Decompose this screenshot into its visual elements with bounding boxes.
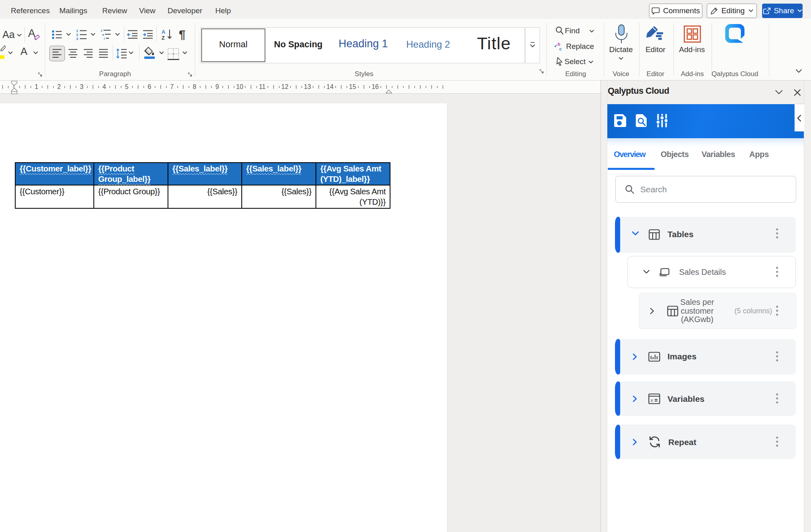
svg-text:13: 13 bbox=[304, 83, 311, 90]
svg-text:2: 2 bbox=[57, 83, 61, 90]
svg-text:x: x bbox=[650, 397, 653, 403]
svg-text:3: 3 bbox=[80, 83, 83, 90]
svg-text:6: 6 bbox=[148, 83, 151, 90]
svg-text:12: 12 bbox=[281, 83, 289, 90]
svg-text:9: 9 bbox=[215, 83, 219, 90]
svg-text:1: 1 bbox=[35, 83, 38, 90]
svg-text:15: 15 bbox=[349, 83, 356, 90]
svg-text:5: 5 bbox=[125, 83, 129, 90]
svg-text:4: 4 bbox=[103, 83, 106, 90]
svg-text:8: 8 bbox=[193, 83, 196, 90]
svg-text:7: 7 bbox=[170, 83, 174, 90]
svg-text:10: 10 bbox=[236, 83, 243, 90]
svg-text:11: 11 bbox=[259, 83, 266, 90]
svg-text:14: 14 bbox=[326, 83, 334, 90]
svg-text:16: 16 bbox=[372, 83, 379, 90]
